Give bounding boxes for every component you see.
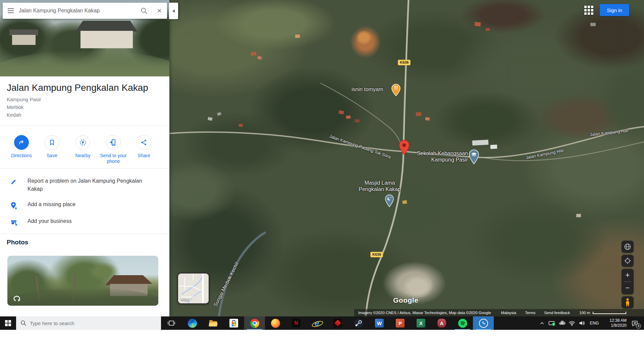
- save-button[interactable]: Save: [37, 135, 67, 159]
- volume-icon[interactable]: [577, 316, 587, 330]
- taskbar-search-box[interactable]: [16, 316, 161, 330]
- poi-label-mosque[interactable]: Masjid Lama Pengkalan Kakap: [346, 180, 413, 192]
- my-location-button[interactable]: [622, 255, 634, 267]
- access-icon: A: [437, 319, 446, 327]
- link-label: Report a problem on Jalan Kampung Pengka…: [28, 177, 145, 193]
- windows-logo-icon: [5, 320, 11, 326]
- send-to-phone-button[interactable]: Send to your phone: [98, 135, 129, 164]
- action-label: Directions: [6, 153, 37, 159]
- header-house: [80, 31, 133, 48]
- internet-explorer-icon: e: [312, 318, 322, 328]
- imagery-attribution: Imagery ©2020 CNES / Airbus, Maxar Techn…: [358, 311, 491, 315]
- address-line: Kedah: [7, 112, 21, 118]
- address-line: Merbok: [7, 104, 23, 110]
- sign-in-button[interactable]: Sign in: [600, 4, 629, 16]
- clock-time: 12:38 AM: [609, 318, 627, 323]
- google-apps-button[interactable]: [584, 6, 593, 15]
- school-label-line1: Sekolah Kebangsaan: [399, 150, 468, 157]
- start-button[interactable]: [0, 316, 16, 330]
- taskbar-netflix[interactable]: N: [286, 316, 307, 330]
- scale-label[interactable]: 100 m: [579, 311, 590, 315]
- bookmark-icon: [45, 135, 59, 150]
- add-your-business-link[interactable]: Add your business: [0, 217, 169, 226]
- header-house-roof: [75, 21, 138, 32]
- taskbar-file-explorer[interactable]: [203, 316, 223, 330]
- zoom-in-button[interactable]: +: [622, 269, 634, 282]
- terms-link[interactable]: Terms: [525, 311, 535, 315]
- photo-thumbnail[interactable]: [7, 256, 158, 306]
- file-explorer-icon: [209, 319, 218, 328]
- netflix-icon: N: [292, 319, 301, 327]
- globe-view-button[interactable]: [622, 241, 634, 253]
- nearby-button[interactable]: Nearby: [67, 135, 98, 159]
- directions-button[interactable]: Directions: [6, 135, 37, 159]
- divider: [0, 234, 169, 234]
- mosque-label-line1: Masjid Lama: [346, 180, 413, 186]
- google-watermark: Google: [393, 296, 418, 304]
- onedrive-paused-icon[interactable]: [557, 316, 567, 330]
- my-location-icon: [624, 257, 631, 264]
- school-pin-icon[interactable]: [469, 149, 479, 164]
- taskbar-chrome[interactable]: [244, 316, 265, 330]
- divider: [0, 168, 169, 169]
- taskbar-internet-explorer[interactable]: e: [307, 316, 327, 330]
- word-icon: W: [375, 319, 384, 327]
- taskbar-excel[interactable]: X: [411, 316, 431, 330]
- share-button[interactable]: Share: [128, 135, 159, 159]
- taskbar-clock[interactable]: 12:38 AM 1/9/2020: [602, 316, 628, 330]
- region-link[interactable]: Malaysia: [501, 311, 516, 315]
- menu-button[interactable]: [3, 3, 19, 19]
- photos-heading: Photos: [7, 239, 28, 246]
- task-view-button[interactable]: [161, 316, 182, 330]
- map-type-toggle[interactable]: Map: [177, 273, 210, 304]
- language-indicator[interactable]: ENG: [587, 316, 602, 330]
- action-center-button[interactable]: 4: [628, 316, 642, 330]
- photo-360-icon: [13, 294, 21, 302]
- link-label: Add your business: [28, 217, 145, 226]
- whatsapp-icon: [479, 319, 488, 328]
- mosque-label-line2: Pengkalan Kakap: [346, 186, 413, 192]
- directions-icon: [14, 135, 29, 150]
- taskbar-firefox[interactable]: [265, 316, 286, 330]
- route-badge: K636: [398, 60, 411, 65]
- search-icon: [20, 320, 26, 326]
- spotify-icon: [458, 319, 467, 328]
- taskbar-spotify[interactable]: [452, 316, 473, 330]
- search-input[interactable]: [19, 8, 137, 14]
- pegman-button[interactable]: [622, 296, 634, 308]
- action-label: Send to your phone: [98, 153, 129, 164]
- desktop: K636 K636 isnin tomyam Jalan Kampung Pad…: [0, 0, 644, 362]
- poi-label-restaurant[interactable]: isnin tomyam: [352, 86, 383, 93]
- maps-search-bar: ✕: [3, 3, 167, 19]
- restaurant-pin-icon[interactable]: [391, 84, 400, 96]
- taskbar-edge[interactable]: [182, 316, 203, 330]
- address-line: Kampung Pasir: [7, 97, 41, 102]
- taskbar-powerpoint[interactable]: P: [390, 316, 411, 330]
- collapse-panel-button[interactable]: [169, 3, 178, 19]
- taskbar-microsoft-store[interactable]: [223, 316, 244, 330]
- inset-map-label: Map: [181, 297, 189, 302]
- taskbar-search-input[interactable]: [30, 320, 141, 326]
- mosque-pin-icon[interactable]: [385, 194, 394, 207]
- taskbar-access[interactable]: A: [431, 316, 452, 330]
- steam-icon: [354, 319, 363, 328]
- send-feedback-link[interactable]: Send feedback: [544, 311, 570, 315]
- zoom-out-button[interactable]: −: [622, 282, 634, 295]
- hamburger-icon: [8, 8, 14, 13]
- tray-chevron-up-icon[interactable]: [537, 316, 547, 330]
- taskbar-steam[interactable]: [348, 316, 369, 330]
- poi-label-school[interactable]: Sekolah Kebangsaan Kampung Pasir: [399, 150, 468, 163]
- battery-charging-icon[interactable]: [547, 316, 557, 330]
- system-tray: ENG 12:38 AM 1/9/2020 4: [537, 316, 644, 330]
- taskbar-whatsapp[interactable]: [473, 316, 494, 330]
- close-search-button[interactable]: ✕: [152, 3, 167, 19]
- wifi-icon[interactable]: [567, 316, 577, 330]
- storefront-icon: [0, 217, 28, 226]
- search-button[interactable]: [137, 3, 151, 19]
- taskbar-red-media-app[interactable]: [327, 316, 348, 330]
- school-label-line2: Kampung Pasir: [399, 157, 468, 163]
- add-missing-place-link[interactable]: Add a missing place: [0, 200, 169, 210]
- report-problem-link[interactable]: Report a problem on Jalan Kampung Pengka…: [0, 177, 169, 193]
- powerpoint-icon: P: [396, 319, 405, 327]
- taskbar-word[interactable]: W: [369, 316, 390, 330]
